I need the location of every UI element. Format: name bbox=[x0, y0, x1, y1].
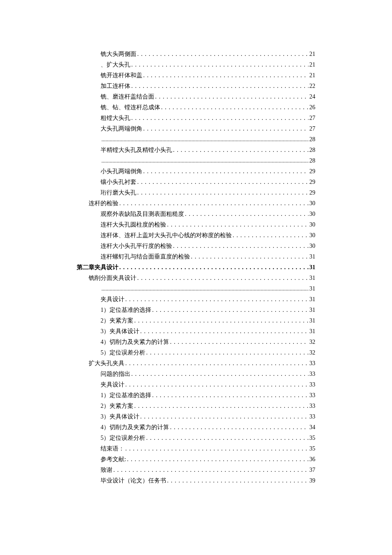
toc-entry-label: 第二章夹具设计 bbox=[77, 264, 118, 270]
toc-entry: 镶小头孔衬套29 bbox=[77, 179, 315, 185]
toc-entry-label: 4）切削力及夹紧力的计算 bbox=[101, 339, 169, 345]
toc-entry-page: 30 bbox=[309, 243, 315, 249]
toc-entry: 铣削分面夹具设计31 bbox=[77, 275, 315, 281]
toc-entry-label: 连杆大小头孔平行度的检验 bbox=[101, 243, 172, 249]
toc-entry-page: 21 bbox=[309, 62, 315, 68]
toc-entry: 铣、磨连杆盖结合面24 bbox=[77, 94, 315, 100]
toc-entry: 2）夹紧方案31 bbox=[77, 318, 315, 324]
toc-entry-label: 致谢 bbox=[101, 467, 112, 473]
toc-entry-leader bbox=[134, 403, 308, 409]
toc-entry: 参考文献:36 bbox=[77, 456, 315, 462]
toc-entry-page: 22 bbox=[309, 83, 315, 89]
toc-entry: 问题的指出33 bbox=[77, 371, 315, 377]
toc-entry-page: 30 bbox=[309, 232, 315, 238]
toc-entry-label: 铣、钻、镗连杆总成体 bbox=[101, 105, 160, 110]
toc-entry-label: 、扩大头孔 bbox=[101, 62, 130, 68]
toc-entry-leader bbox=[173, 147, 308, 153]
toc-entry-label: 夹具设计 bbox=[101, 296, 124, 302]
toc-entry: 第二章夹具设计31 bbox=[77, 264, 315, 270]
toc-entry-page: 30 bbox=[309, 222, 315, 228]
toc-entry-leader bbox=[137, 179, 308, 185]
toc-entry-label: 连杆螺钉孔与结合面垂直度的检验 bbox=[101, 254, 190, 260]
toc-entry-page: 24 bbox=[309, 94, 315, 100]
toc-entry-page: 33 bbox=[309, 371, 315, 377]
toc-entry: 4）切削力及夹紧力的计算32 bbox=[77, 339, 315, 345]
toc-entry-label: 扩大头孔夹具 bbox=[89, 360, 124, 366]
toc-entry-label: 问题的指出 bbox=[101, 371, 130, 377]
toc-entry-leader bbox=[131, 83, 308, 89]
toc-entry: 观察外表缺陷及目测表面粗糙度30 bbox=[77, 211, 315, 217]
toc-entry: 粗镗大头孔27 bbox=[77, 115, 315, 121]
toc-entry-leader bbox=[125, 296, 308, 302]
toc-entry-page: 27 bbox=[309, 126, 315, 132]
toc-entry: 夹具设计31 bbox=[77, 296, 315, 302]
toc-entry: 铣开连杆体和盖21 bbox=[77, 73, 315, 78]
toc-entry-leader bbox=[140, 414, 308, 420]
toc-entry-label: 2）夹紧方案 bbox=[101, 403, 133, 409]
toc-entry-label: 小头孔两端倒角 bbox=[101, 169, 142, 174]
toc-entry-leader bbox=[146, 350, 308, 356]
toc-entry-leader bbox=[143, 126, 308, 132]
toc-entry: 连杆体、连杆上盖对大头孔中心线的对称度的检验30 bbox=[77, 232, 315, 238]
toc-entry-leader bbox=[125, 382, 308, 388]
toc-entry-page: 30 bbox=[309, 200, 315, 206]
toc-entry-label: 铣开连杆体和盖 bbox=[101, 73, 142, 78]
toc-entry-leader bbox=[131, 371, 308, 377]
toc-entry-page: 32 bbox=[309, 339, 315, 345]
toc-entry-page: 31 bbox=[309, 286, 315, 292]
toc-entry: 夹具设计33 bbox=[77, 382, 315, 388]
toc-entry-page: 32 bbox=[309, 350, 315, 356]
toc-entry: 连杆大头孔圆柱度的检验30 bbox=[77, 222, 315, 228]
toc-entry: 31 bbox=[77, 286, 315, 292]
table-of-contents: 铣大头两侧面21、扩大头孔21铣开连杆体和盖21加工连杆体22铣、磨连杆盖结合面… bbox=[77, 51, 315, 484]
toc-entry-label: 镶小头孔衬套 bbox=[101, 179, 136, 185]
toc-entry-page: 27 bbox=[309, 115, 315, 121]
toc-entry-label: 4）切削力及夹紧力的计算 bbox=[101, 424, 169, 430]
toc-entry: 小头孔两端倒角29 bbox=[77, 169, 315, 174]
toc-entry-label: 珩行磨大头孔 bbox=[101, 190, 136, 196]
toc-entry-label: 铣削分面夹具设计 bbox=[89, 275, 136, 281]
toc-entry-page: 28 bbox=[309, 158, 315, 164]
toc-entry: 加工连杆体22 bbox=[77, 83, 315, 89]
toc-entry-leader bbox=[185, 211, 308, 217]
toc-entry-leader bbox=[137, 190, 308, 196]
toc-entry: 连杆螺钉孔与结合面垂直度的检验31 bbox=[77, 254, 315, 260]
toc-entry: 致谢37 bbox=[77, 467, 315, 473]
toc-entry-leader bbox=[101, 137, 308, 142]
toc-entry-page: 31 bbox=[309, 254, 315, 260]
toc-entry: 大头孔两端倒角27 bbox=[77, 126, 315, 132]
toc-entry-leader bbox=[170, 339, 308, 345]
toc-entry-leader bbox=[167, 222, 308, 228]
toc-entry-leader bbox=[140, 328, 308, 334]
toc-entry-label: 连杆体、连杆上盖对大头孔中心线的对称度的检验 bbox=[101, 232, 232, 238]
toc-entry-label: 铣大头两侧面 bbox=[101, 51, 136, 57]
toc-entry-leader bbox=[155, 94, 308, 100]
toc-entry-page: 35 bbox=[309, 446, 315, 452]
toc-entry-page: 36 bbox=[309, 456, 315, 462]
toc-entry-page: 33 bbox=[309, 392, 315, 398]
toc-entry-label: 大头孔两端倒角 bbox=[101, 126, 142, 132]
toc-entry: 28 bbox=[77, 137, 315, 142]
toc-entry: 1）定位基准的选择31 bbox=[77, 307, 315, 313]
toc-entry-leader bbox=[131, 115, 308, 121]
toc-entry-page: 28 bbox=[309, 147, 315, 153]
toc-entry-leader bbox=[152, 392, 308, 398]
toc-entry: 铣、钻、镗连杆总成体26 bbox=[77, 105, 315, 110]
toc-entry-leader bbox=[119, 264, 308, 270]
toc-entry-label: 参考文献: bbox=[101, 456, 126, 462]
toc-entry-leader bbox=[131, 62, 308, 68]
toc-entry-leader bbox=[143, 73, 308, 78]
toc-entry-leader bbox=[127, 456, 308, 462]
toc-entry-page: 33 bbox=[309, 360, 315, 366]
toc-entry-label: 3）夹具体设计 bbox=[101, 328, 139, 334]
toc-entry-label: 连杆的检验 bbox=[89, 200, 118, 206]
toc-entry-page: 31 bbox=[309, 318, 315, 324]
toc-entry-page: 39 bbox=[309, 478, 315, 484]
toc-entry-page: 31 bbox=[309, 296, 315, 302]
toc-entry-leader bbox=[233, 232, 308, 238]
toc-entry-leader bbox=[191, 254, 308, 260]
toc-entry-page: 26 bbox=[309, 105, 315, 110]
toc-entry-leader bbox=[152, 307, 308, 313]
toc-entry: 连杆大小头孔平行度的检验30 bbox=[77, 243, 315, 249]
toc-entry-label: 5）定位误差分析 bbox=[101, 350, 145, 356]
